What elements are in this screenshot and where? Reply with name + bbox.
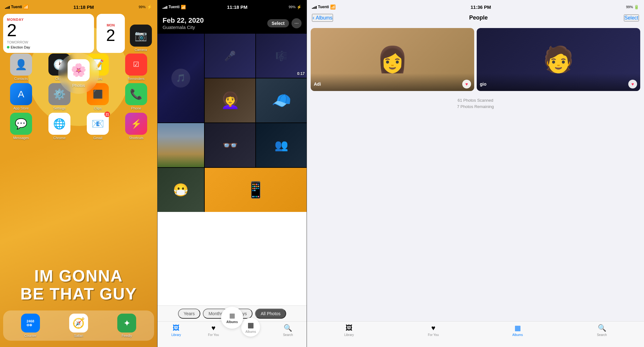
person-gio-heart[interactable]: ♥ (628, 80, 637, 88)
feedly-icon: ✦ (117, 314, 136, 333)
p2-more-button[interactable]: ··· (291, 18, 302, 28)
p2-tab-search[interactable]: 🔍 Search (269, 324, 307, 337)
person-adi-label: Adi (314, 82, 321, 87)
app-messages[interactable]: 💬 Messages (3, 113, 39, 140)
app-phone[interactable]: 📞 Phone (118, 83, 154, 110)
photo-grid: 🎵 🎤 🎼 0:17 👩‍🦱 🧢 (158, 34, 307, 212)
app-shortcuts[interactable]: ⚡ Shortcuts (118, 113, 154, 140)
photo-cell-night2[interactable]: 👥 (256, 123, 307, 167)
p3-select-button[interactable]: Select (624, 14, 639, 21)
scan-line2: 7 Photos Remaining (307, 104, 644, 110)
photo-cell-night1[interactable]: 👓 (205, 123, 255, 167)
p2-battery-percent: 99% (289, 5, 296, 9)
safari-label: Safari (74, 334, 83, 338)
status-carrier: Tuenti 📶 (5, 4, 29, 9)
p3-search-label: Search (597, 333, 607, 337)
contacts-icon: 👤 (10, 54, 32, 76)
phone1-home-screen: Tuenti 📶 11:18 PM 99% ⚡ MONDAY 2 TOMORRO… (0, 0, 157, 347)
p2-clock: 11:18 PM (227, 4, 247, 10)
p3-clock: 11:36 PM (471, 4, 491, 10)
chrome-icon: 🌐 (48, 113, 70, 135)
p3-tab-search[interactable]: 🔍 Search (560, 324, 644, 337)
photo-cell-stage2[interactable]: 🎼 0:17 (256, 34, 307, 78)
camera-label: Camera (135, 48, 147, 52)
p3-library-label: Library (344, 333, 354, 337)
photo-cell-screenshot[interactable]: 📱 (205, 168, 307, 212)
photos-folder-circle: 🌸 Photos (58, 53, 99, 94)
contacts-label: Contacts (14, 77, 28, 81)
counter-label: Counter (24, 334, 36, 338)
scan-status: 61 Photos Scanned 7 Photos Remaining (307, 97, 644, 110)
calendar-small-date: 2 (106, 27, 115, 43)
clips-label: Clips (94, 106, 102, 110)
reminders-icon: ☑ (125, 54, 147, 76)
p3-back-button[interactable]: ‹ Albums (312, 14, 333, 22)
person-adi-heart[interactable]: ♥ (462, 80, 471, 88)
clock-phone1: 11:18 PM (74, 4, 94, 10)
filter-years[interactable]: Years (178, 309, 200, 319)
person-gio-name-bar: gio ♥ (477, 73, 640, 91)
widgets-row: MONDAY 2 TOMORROW Election Day MON 2 📷 C… (3, 14, 154, 53)
p2-header-buttons: Select ··· (267, 18, 302, 28)
calendar-widget-big[interactable]: MONDAY 2 TOMORROW Election Day (3, 14, 94, 53)
filter-all-photos[interactable]: All Photos (255, 309, 286, 319)
photo-cell-selfie2[interactable]: 🧢 (256, 78, 307, 122)
albums-tab-icon: ▦ (247, 321, 254, 329)
camera-icon-widget[interactable]: 📷 (130, 25, 152, 47)
status-bar-phone3: Tuenti 📶 11:36 PM 99% 🔋 (307, 0, 644, 14)
person-card-gio[interactable]: 🧑 gio ♥ (477, 28, 640, 91)
foryou-tab-label: For You (208, 333, 219, 337)
p2-date-title: Feb 22, 2020 (163, 16, 204, 25)
p3-navigation: ‹ Albums People Select (307, 14, 644, 26)
p3-tab-foryou[interactable]: ♥ For You (391, 324, 475, 337)
p3-tab-bar: 🖼 Library ♥ For You ▦ Albums 🔍 Search (307, 321, 644, 347)
app-contacts[interactable]: 👤 Contacts (3, 54, 39, 81)
p3-tab-albums[interactable]: ▦ Albums (475, 324, 560, 337)
photos-folder[interactable]: 🌸 Photos (58, 53, 99, 94)
settings-label: Settings (53, 106, 66, 110)
app-chrome[interactable]: 🌐 Chrome (42, 113, 77, 140)
p2-battery-area: 99% ⚡ (289, 5, 302, 9)
photo-cell-selfie1[interactable]: 👩‍🦱 (205, 78, 255, 122)
p2-select-button[interactable]: Select (267, 19, 289, 27)
app-gmail[interactable]: 📧 21 Gmail (80, 113, 116, 140)
p3-battery-area: 99% 🔋 (626, 5, 639, 9)
chrome-label: Chrome (53, 136, 65, 140)
person-card-adi[interactable]: 👩 Adi ♥ (311, 28, 474, 91)
p3-library-icon: 🖼 (346, 324, 353, 332)
battery-percent-phone1: 99% (139, 5, 146, 9)
dock-counter[interactable]: 2468⊖⊕ Counter (21, 314, 40, 338)
app-reminders[interactable]: ☑ Reminders (118, 54, 154, 81)
albums-circle-tab[interactable]: ▦ Albums (221, 307, 243, 329)
heart-icon: ♥ (465, 82, 468, 87)
photo-cell-masked[interactable]: 😷 (158, 168, 204, 212)
app-appstore[interactable]: A App Store (3, 83, 39, 110)
appstore-label: App Store (14, 106, 29, 110)
p2-location-subtitle: Guatemala City (163, 25, 204, 30)
shortcuts-label: Shortcuts (129, 136, 143, 140)
search-tab-label: Search (283, 333, 293, 337)
phone-icon: 📞 (125, 83, 147, 105)
albums-tab-label: Albums (246, 330, 256, 333)
p3-tab-library[interactable]: 🖼 Library (307, 324, 391, 337)
p2-header-left: Feb 22, 2020 Guatemala City (163, 16, 204, 30)
p3-carrier-area: Tuenti 📶 (312, 4, 336, 9)
bottom-wallpaper-text: IM GONNABE THAT GUY (0, 267, 157, 303)
calendar-widget-small[interactable]: MON 2 (97, 14, 125, 53)
event-dot (7, 46, 9, 48)
calendar-tomorrow-label: TOMORROW (7, 40, 90, 44)
p3-back-label: Albums (316, 15, 332, 21)
dock-safari[interactable]: 🧭 Safari (69, 314, 88, 338)
p3-search-icon: 🔍 (598, 324, 606, 332)
p2-tab-library[interactable]: 🖼 Library (158, 324, 195, 337)
photo-cell-stage1[interactable]: 🎤 (205, 34, 255, 78)
gmail-badge: 21 (104, 111, 110, 117)
calendar-date: 2 (7, 21, 90, 39)
photo-cell-sunset[interactable] (158, 123, 204, 167)
p3-signal-icon (312, 5, 317, 9)
appstore-icon: A (10, 83, 32, 105)
heart-icon-gio: ♥ (631, 82, 634, 87)
dock-feedly[interactable]: ✦ Feedly (117, 314, 136, 338)
photo-cell-concert[interactable]: 🎵 (158, 34, 204, 122)
safari-icon: 🧭 (69, 314, 88, 333)
